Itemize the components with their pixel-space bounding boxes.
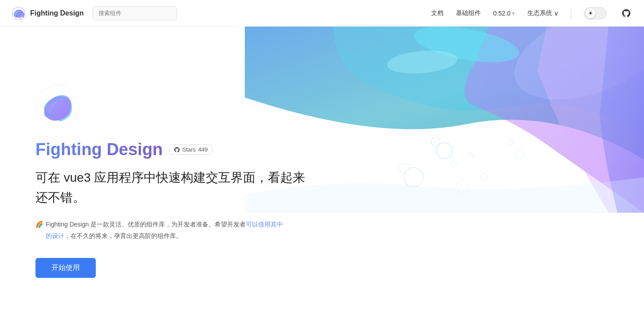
navbar: Fighting Design 文档 基础组件 0.52.0 ∨ 生态系统 ∨ …: [0, 0, 644, 27]
hero-title-row: Fighting Design Stars 449: [35, 140, 310, 159]
stars-github-icon: [174, 147, 180, 153]
hero-subtitle: 可在 vue3 应用程序中快速构建交互界面，看起来还不错。: [35, 168, 310, 208]
nav-version-text: 0.52.0: [493, 10, 510, 17]
theme-toggle[interactable]: ☀: [584, 7, 607, 20]
github-icon: [621, 8, 631, 18]
stars-label: Stars: [182, 146, 196, 153]
nav-components-link[interactable]: 基础组件: [456, 9, 481, 17]
github-link[interactable]: [619, 6, 633, 20]
theme-icon: ☀: [588, 10, 593, 16]
nav-logo-text: Fighting Design: [30, 9, 84, 17]
svg-point-8: [404, 168, 423, 187]
logo-icon: [11, 5, 27, 21]
search-input[interactable]: [93, 6, 177, 20]
svg-point-7: [469, 153, 473, 157]
stars-count: 449: [198, 146, 208, 153]
hero-title: Fighting Design: [35, 140, 163, 159]
svg-point-13: [515, 151, 524, 160]
desc-text: Fighting Design 是一款灵活、优质的组件库，为开发者准备。希望开发…: [46, 218, 284, 242]
svg-point-10: [481, 174, 488, 181]
hero-description: 🌈 Fighting Design 是一款灵活、优质的组件库，为开发者准备。希望…: [35, 218, 284, 242]
nav-logo[interactable]: Fighting Design: [11, 5, 84, 21]
desc-emoji: 🌈: [35, 218, 43, 230]
svg-point-12: [508, 139, 514, 144]
theme-knob: ☀: [585, 8, 595, 18]
nav-version[interactable]: 0.52.0 ∨: [493, 10, 515, 17]
nav-ecosystem[interactable]: 生态系统 ∨: [527, 9, 558, 17]
nav-ecosystem-text: 生态系统: [527, 9, 552, 17]
desc-link[interactable]: 可以借用其中的设计: [46, 221, 283, 240]
stars-badge[interactable]: Stars 449: [169, 144, 212, 155]
hero-section: Fighting Design Stars 449 可在 vue3 应用程序中快…: [0, 27, 644, 316]
nav-version-chevron: ∨: [512, 11, 515, 16]
svg-point-9: [399, 163, 410, 174]
nav-right: 文档 基础组件 0.52.0 ∨ 生态系统 ∨ ☀: [431, 6, 633, 20]
svg-point-6: [450, 161, 456, 167]
nav-divider: [571, 8, 571, 19]
hero-logo-icon: [35, 84, 80, 129]
cta-button[interactable]: 开始使用: [35, 258, 96, 278]
svg-point-5: [431, 137, 440, 146]
nav-docs-link[interactable]: 文档: [431, 9, 444, 17]
nav-ecosystem-chevron: ∨: [554, 10, 558, 17]
hero-content: Fighting Design Stars 449 可在 vue3 应用程序中快…: [0, 27, 310, 278]
